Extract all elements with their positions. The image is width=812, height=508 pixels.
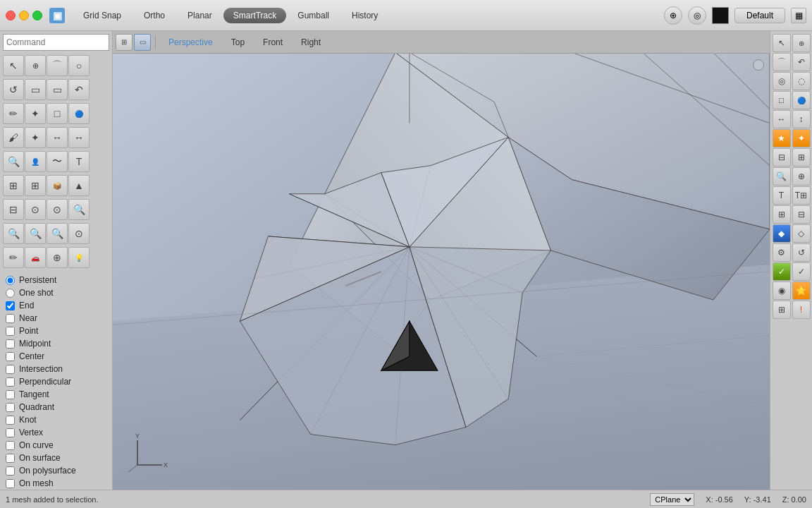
maximize-button[interactable]	[32, 11, 42, 20]
command-input[interactable]	[3, 34, 109, 51]
minimize-button[interactable]	[19, 11, 29, 20]
tab-icon-single[interactable]: ▭	[134, 34, 151, 51]
circle-button[interactable]: ◎	[688, 6, 706, 25]
snap-on-polysurface[interactable]: On polysurface	[6, 464, 106, 477]
snap-on-poly-label[interactable]: On polysurface	[19, 466, 76, 476]
circle-tool[interactable]: ○	[68, 55, 90, 76]
snap-point-checkbox[interactable]	[6, 327, 15, 336]
snap-on-curve[interactable]: On curve	[6, 439, 106, 452]
viewport[interactable]: Perspective	[113, 54, 770, 490]
sphere-tool[interactable]: 🔵	[68, 103, 90, 124]
snap-vertex-label[interactable]: Vertex	[19, 428, 43, 437]
plus-tool[interactable]: ⊕	[47, 247, 68, 268]
rt-box2[interactable]: 🔵	[792, 91, 811, 109]
snap-knot[interactable]: Knot	[6, 413, 106, 426]
snap-persistent-radio[interactable]	[6, 276, 15, 285]
snap-intersection[interactable]: Intersection	[6, 363, 106, 375]
nav-gumball[interactable]: Gumball	[286, 8, 340, 23]
tab-right[interactable]: Right	[293, 35, 329, 50]
rt-misc1[interactable]: ⚙	[773, 243, 791, 262]
arc-tool[interactable]: ↶	[68, 79, 90, 100]
move-tool[interactable]: ↔	[47, 127, 68, 148]
rt-blue1[interactable]: ◆	[773, 224, 791, 243]
layout-button[interactable]: ▦	[791, 8, 806, 23]
zoom-fit-button[interactable]: ⊕	[664, 6, 682, 25]
light-tool[interactable]: 💡	[68, 247, 90, 268]
snap-oneshot[interactable]: One shot	[6, 286, 106, 299]
snap-on-mesh-checkbox[interactable]	[6, 479, 15, 488]
rt-orange1[interactable]: ★	[773, 129, 791, 147]
rt-curve[interactable]: ⌒	[773, 53, 791, 71]
grid-tool[interactable]: ⊞	[3, 175, 24, 196]
snap-near-label[interactable]: Near	[19, 313, 37, 323]
snap-on-mesh[interactable]: On mesh	[6, 477, 106, 490]
snap-persistent[interactable]: Persistent	[6, 274, 106, 286]
search-tool[interactable]: 🔍	[68, 199, 90, 220]
nav-grid-snap[interactable]: Grid Snap	[72, 8, 133, 23]
rt-lens[interactable]: ◉	[773, 282, 791, 300]
text-tool[interactable]: T	[68, 151, 90, 172]
snap-on-curve-label[interactable]: On curve	[19, 440, 54, 450]
snap-point[interactable]: Point	[6, 325, 106, 337]
rt-text1[interactable]: T	[773, 186, 791, 205]
snap-perpendicular-label[interactable]: Perpendicular	[19, 377, 71, 387]
default-button[interactable]: Default	[734, 8, 785, 23]
wave-tool[interactable]: 〜	[47, 151, 68, 172]
rt-orange2[interactable]: ✦	[792, 129, 811, 147]
snap-perpendicular-checkbox[interactable]	[6, 377, 15, 387]
rt-circle2[interactable]: ◌	[792, 72, 811, 90]
snap-tangent[interactable]: Tangent	[6, 388, 106, 401]
rt-zoom1[interactable]: 🔍	[773, 167, 791, 186]
move2-tool[interactable]: ↔	[68, 127, 90, 148]
pencil-tool[interactable]: ✏	[3, 103, 24, 124]
rt-select[interactable]: ↖	[773, 34, 791, 52]
snap-vertex-checkbox[interactable]	[6, 428, 15, 437]
rt-split2[interactable]: ⊞	[792, 148, 811, 167]
snap-vertex[interactable]: Vertex	[6, 426, 106, 439]
rt-text2[interactable]: T⊞	[792, 186, 811, 205]
rt-point[interactable]: ⊕	[792, 34, 811, 52]
snap-tangent-label[interactable]: Tangent	[19, 389, 49, 399]
target-tool[interactable]: ⊙	[68, 223, 90, 244]
nav-history[interactable]: History	[340, 8, 389, 23]
tab-top[interactable]: Top	[223, 35, 253, 50]
mesh-tool[interactable]: ▲	[68, 175, 90, 196]
color-swatch[interactable]	[712, 7, 729, 24]
snap-intersection-label[interactable]: Intersection	[19, 364, 63, 374]
grid2-tool[interactable]: ⊞	[25, 175, 46, 196]
snap-on-surface-checkbox[interactable]	[6, 454, 15, 463]
snap-on-poly-checkbox[interactable]	[6, 466, 15, 476]
nav-planar[interactable]: Planar	[176, 8, 223, 23]
rt-grid3[interactable]: ⊞	[773, 301, 791, 319]
snap-intersection-checkbox[interactable]	[6, 365, 15, 374]
rt-zoom2[interactable]: ⊕	[792, 167, 811, 186]
snap-persistent-label[interactable]: Persistent	[19, 275, 56, 285]
snap-quadrant[interactable]: Quadrant	[6, 401, 106, 413]
zoom-tool[interactable]: 🔍	[3, 151, 24, 172]
snap-center[interactable]: Center	[6, 350, 106, 363]
snap-on-curve-checkbox[interactable]	[6, 441, 15, 450]
minus-tool[interactable]: ⊟	[3, 199, 24, 220]
snap-center-label[interactable]: Center	[19, 351, 44, 361]
snap-near-checkbox[interactable]	[6, 314, 15, 323]
curve-tool[interactable]: ⌒	[47, 55, 68, 76]
snap-midpoint[interactable]: Midpoint	[6, 337, 106, 350]
car-tool[interactable]: 🚗	[25, 247, 46, 268]
snap-quadrant-label[interactable]: Quadrant	[19, 402, 54, 412]
nav-smarttrack[interactable]: SmartTrack	[223, 8, 287, 23]
rotate-tool[interactable]: ↺	[3, 79, 24, 100]
star2-tool[interactable]: ✦	[25, 127, 46, 148]
snap-oneshot-radio[interactable]	[6, 289, 15, 298]
star-tool[interactable]: ✦	[25, 103, 46, 124]
select-tool[interactable]: ↖	[3, 55, 24, 76]
nav-ortho[interactable]: Ortho	[133, 8, 176, 23]
rt-split1[interactable]: ⊟	[773, 148, 791, 167]
circle2-tool[interactable]: ⊙	[25, 199, 46, 220]
snap-oneshot-label[interactable]: One shot	[19, 288, 54, 298]
rt-arc[interactable]: ↶	[792, 53, 811, 71]
rt-move1[interactable]: ↔	[773, 110, 791, 128]
snap-on-mesh-label[interactable]: On mesh	[19, 478, 54, 488]
rt-check[interactable]: ✓	[773, 262, 791, 281]
rt-box1[interactable]: □	[773, 91, 791, 109]
rt-circle1[interactable]: ◎	[773, 72, 791, 90]
